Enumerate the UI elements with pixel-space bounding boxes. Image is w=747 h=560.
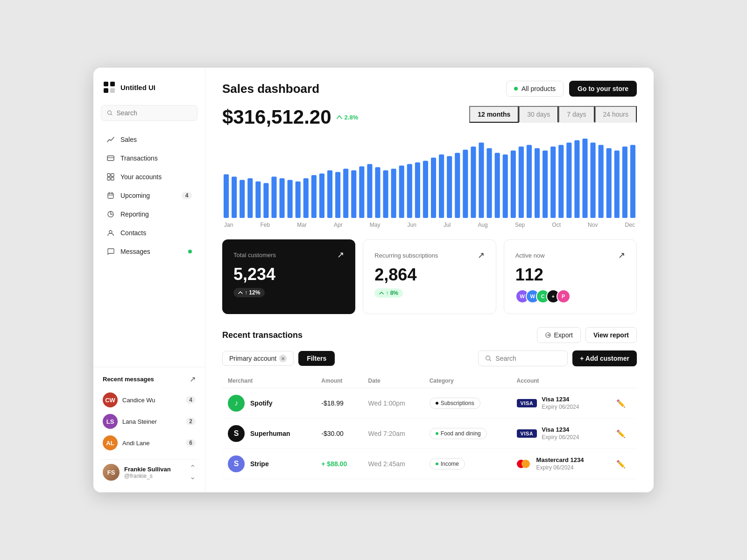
svg-rect-54 xyxy=(519,147,524,218)
svg-rect-11 xyxy=(108,193,113,198)
table-head: Merchant Amount Date Category Account xyxy=(222,374,637,388)
sidebar-item-label-your-accounts: Your accounts xyxy=(120,173,162,181)
table-search[interactable] xyxy=(478,350,568,366)
stat-value-subscriptions: 2,864 xyxy=(374,265,484,285)
stat-value-active: 112 xyxy=(515,265,625,285)
filter-30days[interactable]: 30 days xyxy=(519,106,558,123)
msg-count-andi: 6 xyxy=(186,439,196,447)
label-sep: Sep xyxy=(515,222,525,228)
filter-remove-icon[interactable]: ✕ xyxy=(279,355,287,362)
cell-date: Wed 1:00pm xyxy=(363,388,424,419)
merchant-name: Superhuman xyxy=(250,430,290,437)
mastercard-badge xyxy=(517,459,532,469)
trend-up-green-icon xyxy=(379,291,384,295)
stat-link-icon-active[interactable]: ↗ xyxy=(618,250,625,260)
merchant-logo: S xyxy=(228,425,245,442)
edit-icon[interactable]: ✏️ xyxy=(616,460,626,468)
svg-rect-0 xyxy=(104,82,108,86)
cell-edit[interactable]: ✏️ xyxy=(611,419,637,449)
sidebar-item-transactions[interactable]: Transactions xyxy=(97,149,201,168)
category-label: Food and dining xyxy=(441,430,481,437)
msg-name-candice: Candice Wu xyxy=(122,397,181,404)
edit-icon[interactable]: ✏️ xyxy=(616,430,626,438)
main-header: Sales dashboard All products Go to your … xyxy=(222,81,637,97)
svg-rect-51 xyxy=(495,153,500,218)
account-expiry: Expiry 06/2024 xyxy=(536,464,584,472)
message-item-andi[interactable]: AL Andi Lane 6 xyxy=(101,432,197,454)
sidebar-item-sales[interactable]: Sales xyxy=(97,130,201,149)
sidebar-item-your-accounts[interactable]: Your accounts xyxy=(97,168,201,186)
sidebar-item-reporting[interactable]: Reporting xyxy=(97,205,201,224)
svg-rect-28 xyxy=(311,175,317,218)
sidebar-item-contacts[interactable]: Contacts xyxy=(97,224,201,242)
revenue-value: $316,512.20 xyxy=(222,106,331,128)
filters-button[interactable]: Filters xyxy=(298,351,335,366)
message-item-lana[interactable]: LS Lana Steiner 2 xyxy=(101,411,197,432)
table-row: ♪ Spotify -$18.99Wed 1:00pm Subscription… xyxy=(222,388,637,419)
account-name: Visa 1234 xyxy=(542,396,579,404)
merchant-name: Stripe xyxy=(250,460,269,468)
all-products-button[interactable]: All products xyxy=(506,81,564,97)
svg-rect-61 xyxy=(574,140,579,218)
recent-messages-link-icon[interactable]: ↗ xyxy=(190,375,196,384)
svg-rect-45 xyxy=(447,156,452,218)
stat-badge-text-subscriptions: ↑ 8% xyxy=(386,290,398,296)
search-box[interactable] xyxy=(101,105,197,121)
stat-link-icon-subscriptions[interactable]: ↗ xyxy=(478,250,485,260)
svg-rect-25 xyxy=(288,180,293,218)
transactions-section: Recent transactions Export View report P… xyxy=(222,327,637,479)
primary-account-filter[interactable]: Primary account ✕ xyxy=(222,351,294,366)
svg-rect-68 xyxy=(630,145,635,218)
stat-link-icon-customers[interactable]: ↗ xyxy=(337,250,344,260)
sidebar-item-label-transactions: Transactions xyxy=(120,154,158,162)
export-button[interactable]: Export xyxy=(537,327,581,343)
amount-value: -$18.99 xyxy=(321,399,343,407)
svg-rect-42 xyxy=(423,161,428,218)
label-nov: Nov xyxy=(588,222,598,228)
message-item-candice[interactable]: CW Candice Wu 4 xyxy=(101,389,197,411)
svg-rect-35 xyxy=(367,164,372,218)
sidebar-item-upcoming[interactable]: Upcoming 4 xyxy=(97,186,201,205)
active-avatar-5: P xyxy=(557,289,571,303)
bar-chart xyxy=(222,134,637,218)
msg-name-andi: Andi Lane xyxy=(122,440,181,447)
sidebar-item-messages[interactable]: Messages xyxy=(97,242,201,261)
svg-rect-43 xyxy=(431,158,436,218)
stat-badge-subscriptions: ↑ 8% xyxy=(374,288,403,298)
stat-card-header-subscriptions: Recurring subscriptions ↗ xyxy=(374,250,484,260)
filter-tag-label: Primary account xyxy=(229,355,276,362)
cell-edit[interactable]: ✏️ xyxy=(611,388,637,419)
filter-12months[interactable]: 12 months xyxy=(469,106,519,123)
reporting-icon xyxy=(106,210,115,218)
main-content: Sales dashboard All products Go to your … xyxy=(205,68,654,492)
cell-account: VISA Visa 1234 Expiry 06/2024 xyxy=(511,388,611,419)
search-input[interactable] xyxy=(116,109,191,117)
export-icon xyxy=(545,332,551,338)
visa-badge: VISA xyxy=(517,399,537,407)
view-report-button[interactable]: View report xyxy=(585,327,637,343)
svg-rect-33 xyxy=(351,170,356,218)
user-profile[interactable]: FS Frankie Sullivan @frankie_s ⌃⌄ xyxy=(101,459,197,485)
growth-pct: 2.8% xyxy=(345,114,359,121)
page-title: Sales dashboard xyxy=(222,82,319,96)
go-to-store-button[interactable]: Go to your store xyxy=(569,81,637,97)
filter-24hours[interactable]: 24 hours xyxy=(595,106,637,123)
table-search-input[interactable] xyxy=(495,355,561,362)
svg-rect-1 xyxy=(110,82,115,86)
recent-messages-header: Recent messages ↗ xyxy=(101,375,197,384)
col-merchant: Merchant xyxy=(222,374,316,388)
category-dot xyxy=(436,402,438,405)
account-info: Visa 1234 Expiry 06/2024 xyxy=(542,426,579,441)
svg-rect-50 xyxy=(487,148,492,218)
account-name: Mastercard 1234 xyxy=(536,456,584,464)
edit-icon[interactable]: ✏️ xyxy=(616,399,626,407)
cell-edit[interactable]: ✏️ xyxy=(611,449,637,479)
stat-label-active: Active now xyxy=(515,252,545,259)
msg-name-lana: Lana Steiner xyxy=(122,418,181,425)
sidebar-item-label-reporting: Reporting xyxy=(120,210,149,218)
cell-date: Wed 7:20am xyxy=(363,419,424,449)
add-customer-button[interactable]: + Add customer xyxy=(572,350,637,366)
avatar-candice: CW xyxy=(103,392,118,407)
filter-7days[interactable]: 7 days xyxy=(558,106,594,123)
green-dot-icon xyxy=(514,87,518,91)
